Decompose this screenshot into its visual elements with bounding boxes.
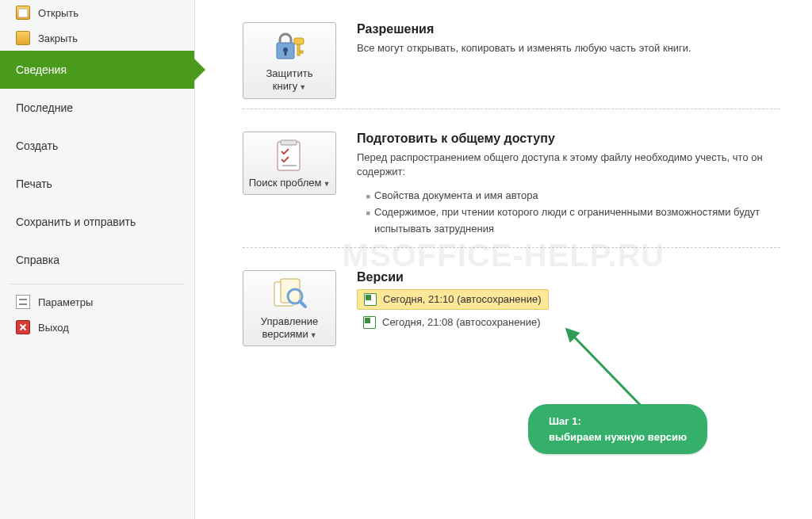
protect-workbook-button[interactable]: Защитить книгу▼ [243, 22, 336, 99]
callout-text: выбираем нужную версию [549, 429, 687, 445]
versions-body: Версии Сегодня, 21:10 (автосохранение) С… [357, 270, 549, 335]
options-icon [16, 295, 30, 309]
sidebar-item-help[interactable]: Справка [0, 241, 194, 279]
sidebar-item-options[interactable]: Параметры [0, 289, 194, 315]
chevron-down-icon: ▼ [310, 331, 317, 339]
versions-icon [248, 277, 331, 312]
versions-title: Версии [357, 270, 549, 284]
section-permissions: Защитить книгу▼ Разрешения Все могут отк… [195, 0, 812, 104]
version-label: Сегодня, 21:08 (автосохранение) [382, 316, 541, 328]
step1-callout: Шаг 1: выбираем нужную версию [528, 404, 707, 454]
version-entry[interactable]: Сегодня, 21:10 (автосохранение) [357, 289, 549, 310]
backstage-main: Защитить книгу▼ Разрешения Все могут отк… [195, 0, 812, 519]
backstage-sidebar: Открыть Закрыть Сведения Последние Созда… [0, 0, 195, 519]
prepare-body: Подготовить к общему доступу Перед распр… [357, 132, 780, 238]
sidebar-item-recent[interactable]: Последние [0, 89, 194, 127]
section-prepare: Поиск проблем▼ Подготовить к общему дост… [195, 109, 812, 242]
sidebar-item-label: Сведения [16, 63, 67, 76]
prepare-bullet: Свойства документа и имя автора [374, 188, 780, 204]
version-entry[interactable]: Сегодня, 21:08 (автосохранение) [357, 313, 547, 332]
section-versions: Управление версиями▼ Версии Сегодня, 21:… [195, 248, 812, 352]
chevron-down-icon: ▼ [323, 180, 330, 188]
sidebar-item-label: Закрыть [38, 32, 78, 44]
version-label: Сегодня, 21:10 (автосохранение) [383, 293, 542, 305]
chevron-down-icon: ▼ [299, 83, 306, 91]
manage-versions-button[interactable]: Управление версиями▼ [243, 270, 336, 347]
excel-icon [364, 293, 377, 306]
permissions-body: Разрешения Все могут открывать, копирова… [357, 22, 691, 64]
sidebar-item-label: Последние [16, 101, 73, 114]
prepare-bullet: Содержимое, при чтении которого люди с о… [374, 204, 780, 238]
excel-icon [363, 316, 376, 329]
sidebar-item-label: Выход [38, 322, 69, 334]
svg-rect-4 [297, 44, 300, 55]
sidebar-item-save-send[interactable]: Сохранить и отправить [0, 203, 194, 241]
sidebar-item-label: Создать [16, 139, 58, 152]
svg-line-12 [300, 301, 305, 307]
exit-icon [16, 320, 30, 334]
sidebar-item-label: Открыть [38, 7, 79, 19]
inspect-document-button[interactable]: Поиск проблем▼ [243, 132, 336, 195]
prepare-desc: Перед распространением общего доступа к … [357, 151, 780, 181]
svg-rect-2 [285, 51, 287, 55]
folder-close-icon [16, 31, 30, 45]
permissions-title: Разрешения [357, 22, 691, 36]
button-label: Управление версиями▼ [248, 315, 331, 342]
button-label: Поиск проблем▼ [248, 177, 331, 189]
sidebar-item-info[interactable]: Сведения [0, 51, 194, 89]
sidebar-item-label: Сохранить и отправить [16, 216, 136, 228]
button-label: Защитить книгу▼ [248, 67, 331, 93]
callout-step: Шаг 1: [549, 414, 687, 429]
sidebar-item-label: Справка [16, 254, 59, 266]
sidebar-item-print[interactable]: Печать [0, 165, 194, 203]
sidebar-item-new[interactable]: Создать [0, 127, 194, 165]
sidebar-item-exit[interactable]: Выход [0, 315, 194, 340]
permissions-desc: Все могут открывать, копировать и изменя… [357, 41, 691, 56]
prepare-title: Подготовить к общему доступу [357, 132, 780, 146]
sidebar-item-open[interactable]: Открыть [0, 0, 194, 25]
checklist-icon [248, 139, 331, 174]
sidebar-item-label: Параметры [38, 296, 93, 308]
sidebar-item-label: Печать [16, 177, 52, 190]
lock-key-icon [248, 29, 331, 64]
svg-rect-3 [294, 38, 304, 44]
sidebar-divider [10, 284, 185, 284]
prepare-list: Свойства документа и имя автора Содержим… [357, 188, 780, 237]
svg-rect-7 [281, 140, 297, 145]
folder-open-icon [16, 6, 30, 20]
sidebar-item-close[interactable]: Закрыть [0, 25, 194, 51]
svg-rect-5 [300, 51, 303, 53]
